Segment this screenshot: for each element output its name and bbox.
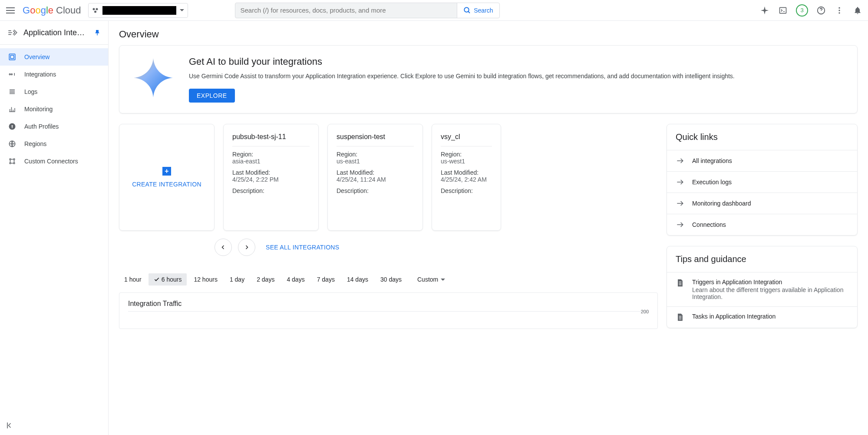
description-label: Description: — [232, 187, 310, 194]
project-selector[interactable] — [88, 3, 188, 18]
modified-value: 4/25/24, 2:22 PM — [232, 176, 310, 183]
integration-name: suspension-test — [337, 133, 414, 146]
help-icon[interactable] — [816, 5, 826, 16]
time-opt-30days[interactable]: 30 days — [375, 273, 407, 286]
chevron-left-icon — [5, 421, 14, 430]
svg-point-0 — [92, 8, 95, 10]
create-integration-label: CREATE INTEGRATION — [132, 181, 201, 188]
monitoring-icon — [8, 105, 17, 113]
svg-rect-10 — [9, 54, 15, 60]
integration-card[interactable]: suspension-test Region: us-east1 Last Mo… — [327, 124, 423, 231]
quick-link-all-integrations[interactable]: All integrations — [667, 150, 857, 171]
banner-text: Use Germini Code Assist to transform you… — [189, 72, 735, 81]
next-page-button[interactable] — [238, 239, 255, 256]
chevron-right-icon — [244, 245, 249, 250]
sidebar: Application Integr… Overview Integration… — [0, 21, 109, 435]
region-value: us-west1 — [441, 158, 492, 165]
quick-link-execution-logs[interactable]: Execution logs — [667, 171, 857, 193]
banner-title: Get AI to build your integrations — [189, 56, 735, 67]
time-opt-1day[interactable]: 1 day — [224, 273, 250, 286]
nav-custom-connectors[interactable]: Custom Connectors — [0, 153, 108, 170]
cloud-shell-icon[interactable] — [778, 5, 788, 16]
integrations-icon — [8, 70, 17, 79]
time-opt-6hours[interactable]: 6 hours — [149, 273, 187, 286]
prev-page-button[interactable] — [215, 239, 232, 256]
description-label: Description: — [337, 187, 414, 194]
svg-point-22 — [13, 159, 15, 160]
svg-point-7 — [838, 7, 840, 8]
plus-icon: + — [162, 167, 171, 176]
time-opt-14days[interactable]: 14 days — [342, 273, 373, 286]
create-integration-card[interactable]: + CREATE INTEGRATION — [119, 124, 215, 231]
region-value: us-east1 — [337, 158, 414, 165]
nav-monitoring[interactable]: Monitoring — [0, 100, 108, 118]
nav-label: Custom Connectors — [24, 158, 78, 165]
modified-label: Last Modified: — [337, 169, 414, 176]
tips-item[interactable]: Tasks in Application Integration — [667, 306, 857, 328]
nav-label: Monitoring — [24, 106, 53, 113]
integration-traffic-chart: Integration Traffic 200 — [119, 292, 658, 329]
quick-link-label: Connections — [692, 221, 726, 228]
time-range-selector: 1 hour 6 hours 12 hours 1 day 2 days 4 d… — [119, 273, 658, 286]
caret-down-icon — [441, 279, 445, 281]
svg-point-3 — [464, 7, 469, 12]
connectors-icon — [8, 157, 17, 166]
project-name-redacted — [102, 6, 176, 15]
arrow-right-icon — [676, 156, 684, 165]
search-button[interactable]: Search — [457, 3, 499, 18]
more-icon[interactable] — [834, 5, 845, 16]
nav-overview[interactable]: Overview — [0, 48, 108, 66]
time-opt-7days[interactable]: 7 days — [312, 273, 340, 286]
integration-card[interactable]: pubsub-test-sj-11 Region: asia-east1 Las… — [223, 124, 319, 231]
arrow-right-icon — [676, 178, 684, 186]
tips-panel: Tips and guidance Triggers in Applicatio… — [667, 246, 858, 328]
nav-label: Logs — [24, 88, 37, 95]
ai-banner: Get AI to build your integrations Use Ge… — [119, 45, 858, 113]
gemini-icon[interactable] — [759, 5, 770, 16]
sidebar-title: Application Integr… — [23, 28, 88, 37]
description-label: Description: — [441, 187, 492, 194]
modified-label: Last Modified: — [441, 169, 492, 176]
quick-links-panel: Quick links All integrations Execution l… — [667, 124, 858, 236]
modified-value: 4/25/24, 11:24 AM — [337, 176, 414, 183]
search-input[interactable] — [235, 7, 457, 14]
explore-button[interactable]: EXPLORE — [189, 89, 235, 103]
svg-point-1 — [96, 8, 98, 10]
main-content: Overview Get AI to build your integratio… — [109, 21, 868, 435]
time-opt-custom[interactable]: Custom — [412, 273, 450, 286]
nav-auth-profiles[interactable]: Auth Profiles — [0, 118, 108, 135]
collapse-sidebar-button[interactable] — [5, 421, 14, 430]
trial-badge[interactable]: 3 — [796, 4, 808, 17]
svg-line-4 — [468, 11, 470, 13]
pagination: SEE ALL INTEGRATIONS — [119, 239, 658, 256]
svg-rect-19 — [12, 126, 13, 128]
auth-icon — [8, 122, 17, 131]
document-icon — [676, 313, 684, 322]
document-icon — [676, 279, 684, 287]
nav-logs[interactable]: Logs — [0, 83, 108, 100]
integration-cards: + CREATE INTEGRATION pubsub-test-sj-11 R… — [119, 124, 658, 231]
time-opt-4days[interactable]: 4 days — [281, 273, 310, 286]
svg-point-9 — [838, 12, 840, 13]
menu-icon[interactable] — [5, 5, 16, 16]
arrow-right-icon — [676, 220, 684, 229]
modified-label: Last Modified: — [232, 169, 310, 176]
sidebar-header: Application Integr… — [0, 21, 108, 45]
nav-integrations[interactable]: Integrations — [0, 66, 108, 83]
region-value: asia-east1 — [232, 158, 310, 165]
google-cloud-logo[interactable]: Google Cloud — [23, 5, 81, 16]
quick-link-label: Execution logs — [692, 179, 732, 186]
quick-link-label: Monitoring dashboard — [692, 200, 751, 207]
quick-link-monitoring[interactable]: Monitoring dashboard — [667, 193, 857, 214]
notifications-icon[interactable] — [852, 5, 863, 16]
caret-down-icon — [180, 9, 184, 11]
nav-regions[interactable]: Regions — [0, 135, 108, 153]
time-opt-1hour[interactable]: 1 hour — [119, 273, 147, 286]
tips-item[interactable]: Triggers in Application Integration Lear… — [667, 272, 857, 306]
quick-link-connections[interactable]: Connections — [667, 214, 857, 235]
time-opt-12hours[interactable]: 12 hours — [188, 273, 222, 286]
pin-icon[interactable] — [93, 29, 101, 37]
see-all-integrations-link[interactable]: SEE ALL INTEGRATIONS — [266, 244, 339, 251]
time-opt-2days[interactable]: 2 days — [251, 273, 280, 286]
integration-card[interactable]: vsy_cl Region: us-west1 Last Modified: 4… — [432, 124, 501, 231]
